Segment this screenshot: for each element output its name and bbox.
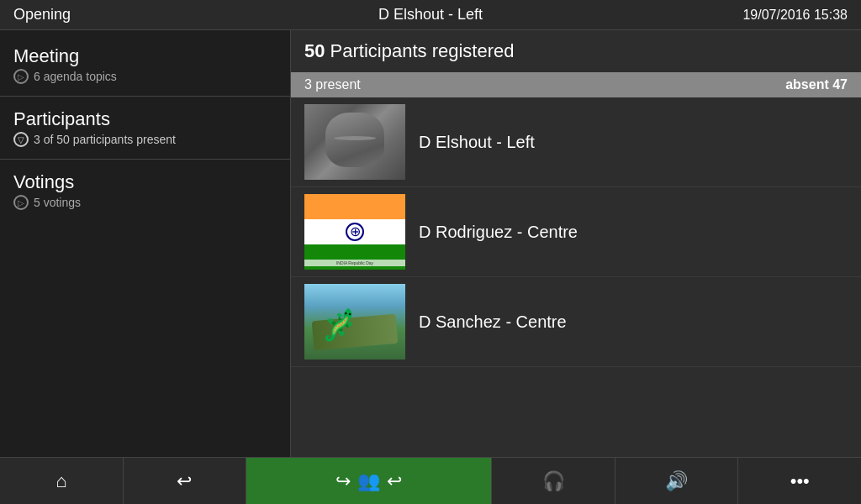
present-status: 3 present	[304, 77, 361, 92]
toolbar: ⌂ ↩ ↪ 👥 ↩ 🎧 🔊 •••	[0, 457, 861, 504]
back-arrow-icon: ↩	[387, 470, 402, 492]
topbar: Opening D Elshout - Left 19/07/2016 15:3…	[0, 0, 861, 30]
back-icon: ↩	[177, 470, 192, 492]
participants-title: Participants	[13, 108, 277, 130]
group-icon: 👥	[357, 470, 380, 492]
avatar: ⊕ INDIA Republic Day	[304, 194, 405, 270]
back-button[interactable]: ↩	[124, 458, 247, 504]
flag-inner: ⊕ INDIA Republic Day	[304, 194, 405, 270]
volume-button[interactable]: 🔊	[615, 458, 739, 504]
registered-count: 50	[304, 40, 325, 61]
participant-item[interactable]: D Elshout - Left	[291, 97, 861, 187]
participant-name: D Sanchez - Centre	[419, 312, 567, 332]
sidebar-item-meeting[interactable]: Meeting ▷ 6 agenda topics	[0, 39, 290, 91]
main-layout: Meeting ▷ 6 agenda topics Participants ▽…	[0, 30, 861, 457]
votings-title: Votings	[13, 171, 277, 193]
divider-1	[0, 96, 290, 97]
participant-item[interactable]: D Sanchez - Centre	[291, 277, 861, 367]
content-area: 50 Participants registered 3 present abs…	[291, 30, 861, 457]
topbar-right: 19/07/2016 15:38	[742, 8, 848, 23]
home-icon: ⌂	[55, 470, 66, 492]
headphones-button[interactable]: 🎧	[492, 458, 615, 504]
participant-item[interactable]: ⊕ INDIA Republic Day D Rodriguez - Centr…	[291, 187, 861, 277]
divider-2	[0, 159, 290, 160]
avatar	[304, 284, 405, 360]
votings-icon: ▷	[13, 195, 29, 210]
participant-name: D Elshout - Left	[419, 133, 535, 152]
volume-icon: 🔊	[665, 470, 688, 492]
flag-text: INDIA Republic Day	[304, 260, 405, 266]
participants-header: 50 Participants registered	[291, 30, 861, 72]
votings-subtitle: ▷ 5 votings	[13, 195, 277, 210]
more-button[interactable]: •••	[738, 458, 861, 504]
sidebar-item-votings[interactable]: Votings ▷ 5 votings	[0, 165, 290, 217]
avatar	[304, 104, 405, 180]
meeting-subtitle: ▷ 6 agenda topics	[13, 69, 277, 84]
sidebar: Meeting ▷ 6 agenda topics Participants ▽…	[0, 30, 291, 457]
topbar-center: D Elshout - Left	[378, 6, 483, 24]
status-bar: 3 present absent 47	[291, 72, 861, 97]
meeting-title: Meeting	[13, 45, 277, 67]
sidebar-item-participants[interactable]: Participants ▽ 3 of 50 participants pres…	[0, 102, 290, 154]
topbar-left: Opening	[13, 6, 71, 24]
meeting-icon: ▷	[13, 69, 29, 84]
flag-top	[304, 194, 405, 219]
participant-name: D Rodriguez - Centre	[419, 223, 578, 242]
flag-wheel: ⊕	[346, 223, 364, 241]
participants-icon: ▽	[13, 132, 29, 147]
registered-label: Participants registered	[330, 40, 515, 61]
participants-subtitle: ▽ 3 of 50 participants present	[13, 132, 277, 147]
participant-nav-button[interactable]: ↪ 👥 ↩	[246, 458, 492, 504]
forward-arrow-icon: ↪	[335, 470, 351, 492]
absent-status: absent 47	[785, 77, 848, 92]
flag-mid: ⊕	[304, 219, 405, 244]
headphones-icon: 🎧	[542, 470, 565, 492]
more-icon: •••	[790, 470, 810, 492]
home-button[interactable]: ⌂	[0, 458, 124, 504]
